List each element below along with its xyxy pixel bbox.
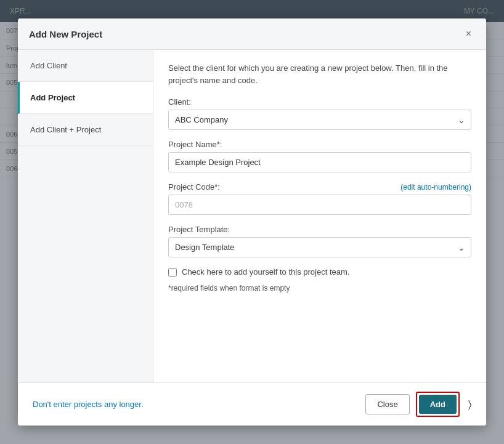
project-name-field-group: Project Name*: [168,140,471,172]
sidebar-item-add-client[interactable]: Add Client [18,50,153,82]
project-code-input[interactable] [168,195,471,215]
add-yourself-checkbox[interactable] [168,268,177,276]
add-button[interactable]: Add [419,395,457,414]
add-yourself-label: Check here to add yourself to this proje… [182,267,349,276]
required-note: *required fields when format is empty [168,284,471,293]
dont-enter-link[interactable]: Don't enter projects any longer. [33,400,144,409]
cursor-icon: 〉 [468,399,471,410]
project-name-input[interactable] [168,152,471,172]
project-template-label: Project Template: [168,225,471,234]
modal-close-x-button[interactable]: × [462,27,475,41]
project-code-label: Project Code*: [168,182,220,192]
project-code-field-group: Project Code*: (edit auto-numbering) [168,182,471,215]
modal-title: Add New Project [29,29,102,39]
close-button[interactable]: Close [365,394,409,414]
client-select-wrapper: ABC Company Other Client ⌄ [168,110,471,130]
add-button-highlight: Add [416,392,460,417]
project-code-header: Project Code*: (edit auto-numbering) [168,182,471,192]
sidebar-item-add-project[interactable]: Add Project [18,82,153,114]
modal-overlay: Add New Project × Add Client Add Project… [0,0,504,444]
project-template-select[interactable]: Design Template Default Template [168,237,471,257]
footer-buttons: Close Add 〉 [365,392,471,417]
client-label: Client: [168,97,471,107]
modal-body: Add Client Add Project Add Client + Proj… [18,50,486,382]
sidebar-item-add-client-project[interactable]: Add Client + Project [18,114,153,146]
project-template-select-wrapper: Design Template Default Template ⌄ [168,237,471,257]
edit-auto-numbering-link[interactable]: (edit auto-numbering) [400,183,471,192]
modal-main-content: Select the client for which you are crea… [153,50,486,382]
modal-header: Add New Project × [18,18,486,50]
modal-sidebar: Add Client Add Project Add Client + Proj… [18,50,153,382]
project-template-field-group: Project Template: Design Template Defaul… [168,225,471,257]
modal-footer: Don't enter projects any longer. Close A… [18,382,486,426]
add-yourself-checkbox-row: Check here to add yourself to this proje… [168,267,471,276]
client-field-group: Client: ABC Company Other Client ⌄ [168,97,471,130]
project-name-label: Project Name*: [168,140,471,149]
modal-description: Select the client for which you are crea… [168,62,471,86]
modal: Add New Project × Add Client Add Project… [18,18,486,426]
client-select[interactable]: ABC Company Other Client [168,110,471,130]
